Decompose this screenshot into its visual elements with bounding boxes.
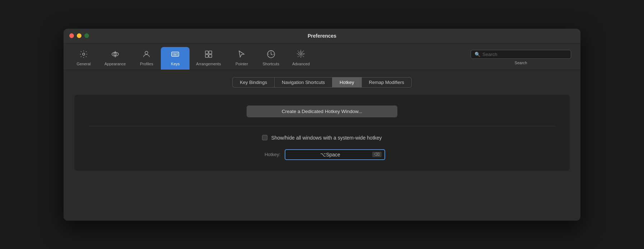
keys-icon — [171, 50, 179, 60]
tab-pointer[interactable]: Pointer — [227, 47, 256, 70]
divider — [89, 126, 555, 126]
tab-keys-label: Keys — [171, 62, 179, 66]
checkbox-row: Show/hide all windows with a system-wide… — [89, 135, 555, 141]
tab-arrangements[interactable]: Arrangements — [190, 47, 227, 70]
sub-tabs: Key Bindings Navigation Shortcuts Hotkey… — [74, 77, 570, 88]
subtab-navigation-shortcuts[interactable]: Navigation Shortcuts — [274, 77, 332, 88]
svg-point-4 — [145, 51, 148, 54]
tab-general[interactable]: General — [69, 47, 98, 70]
tab-advanced[interactable]: Advanced — [286, 46, 316, 70]
tab-shortcuts[interactable]: Shortcuts — [256, 47, 285, 70]
maximize-button[interactable] — [84, 33, 89, 38]
hotkey-row: Hotkey: ⌥Space ⌫ — [89, 149, 555, 160]
toolbar-search: 🔍 Search — [467, 47, 575, 69]
tab-arrangements-label: Arrangements — [196, 62, 221, 66]
tab-profiles[interactable]: Profiles — [132, 47, 161, 70]
svg-rect-16 — [209, 55, 212, 57]
toolbar-tabs: General Appearance — [69, 46, 467, 70]
minimize-button[interactable] — [77, 33, 81, 38]
svg-point-0 — [83, 53, 85, 55]
appearance-icon — [111, 50, 120, 60]
tab-keys[interactable]: Keys — [161, 47, 190, 70]
search-wrapper[interactable]: 🔍 — [471, 50, 571, 59]
search-input[interactable] — [482, 52, 567, 57]
content-area: Key Bindings Navigation Shortcuts Hotkey… — [64, 70, 580, 221]
search-label: Search — [515, 61, 527, 65]
shortcuts-icon — [267, 50, 275, 60]
svg-rect-13 — [205, 51, 208, 54]
hotkey-panel: Create a Dedicated Hotkey Window... Show… — [74, 95, 570, 171]
advanced-icon — [296, 49, 305, 60]
hotkey-input-wrapper[interactable]: ⌥Space ⌫ — [285, 149, 385, 160]
window-title: Preferences — [308, 33, 336, 39]
svg-point-19 — [300, 53, 302, 55]
profiles-icon — [142, 50, 151, 60]
svg-rect-14 — [209, 51, 212, 54]
general-icon — [79, 50, 88, 60]
arrangements-icon — [204, 50, 213, 60]
svg-rect-5 — [172, 52, 179, 56]
svg-point-20 — [299, 51, 303, 56]
show-hide-label: Show/hide all windows with a system-wide… — [271, 135, 382, 141]
search-icon: 🔍 — [475, 52, 480, 57]
preferences-window: Preferences General — [64, 29, 580, 221]
tab-pointer-label: Pointer — [235, 62, 248, 66]
window-controls — [69, 33, 89, 38]
svg-rect-15 — [205, 55, 208, 57]
tab-appearance-label: Appearance — [104, 62, 126, 66]
subtab-key-bindings[interactable]: Key Bindings — [232, 77, 274, 88]
show-hide-checkbox[interactable] — [262, 135, 267, 140]
tab-profiles-label: Profiles — [140, 62, 153, 66]
tab-appearance[interactable]: Appearance — [98, 47, 132, 70]
tab-advanced-label: Advanced — [292, 62, 310, 66]
create-dedicated-hotkey-button[interactable]: Create a Dedicated Hotkey Window... — [247, 105, 397, 117]
tab-general-label: General — [76, 62, 90, 66]
subtab-hotkey[interactable]: Hotkey — [332, 77, 361, 88]
toolbar: General Appearance — [64, 43, 580, 70]
title-bar: Preferences — [64, 29, 580, 43]
tab-shortcuts-label: Shortcuts — [262, 62, 279, 66]
hotkey-value: ⌥Space — [288, 152, 372, 158]
subtab-remap-modifiers[interactable]: Remap Modifiers — [361, 77, 412, 88]
close-button[interactable] — [69, 33, 74, 38]
hotkey-label: Hotkey: — [259, 152, 280, 157]
pointer-icon — [237, 50, 246, 60]
hotkey-clear-button[interactable]: ⌫ — [372, 152, 382, 157]
